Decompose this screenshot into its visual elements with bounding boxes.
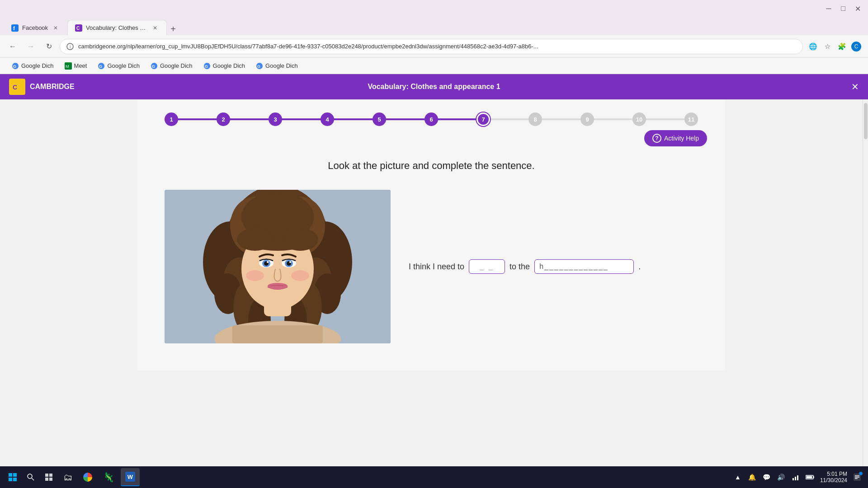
cambridge-tab-title: Vocabulary: Clothes and appea... [86, 24, 147, 31]
svg-text:i: i [70, 44, 71, 49]
activity-help-label: Activity Help [664, 135, 699, 142]
cambridge-logo-text: CAMBRIDGE [30, 83, 75, 91]
sentence-before: I think I need to [409, 262, 464, 272]
address-bar-input-wrap[interactable]: i cambridgeone.org/nlp/learner/org_cup_l… [60, 39, 803, 54]
taskbar: 🗂 🦎 W ▲ 🔔 💬 🔊 [0, 466, 868, 488]
tab-facebook[interactable]: f Facebook ✕ [4, 20, 67, 35]
cambridge-logo-icon: C [9, 79, 25, 95]
svg-text:G: G [205, 64, 208, 69]
progress-track: 1 2 3 4 5 6 7 8 9 10 11 [165, 117, 698, 121]
step-1[interactable]: 1 [165, 113, 178, 126]
facebook-tab-title: Facebook [22, 24, 48, 31]
camtasia-icon: 🦎 [103, 472, 114, 483]
google-dich-icon-5: G [256, 62, 263, 70]
step-5[interactable]: 5 [373, 113, 386, 126]
svg-rect-53 [9, 473, 12, 477]
step-11[interactable]: 11 [684, 113, 698, 126]
start-button[interactable] [5, 469, 21, 485]
taskbar-clock[interactable]: 5:01 PM 11/30/2024 [820, 471, 847, 483]
notification-icon[interactable]: 🔔 [746, 471, 759, 483]
bookmark-google-dich-2[interactable]: G Google Dich [93, 61, 144, 71]
svg-text:C: C [76, 26, 80, 31]
extensions-button[interactable]: 🧩 [835, 40, 848, 53]
step-8[interactable]: 8 [528, 113, 542, 126]
exercise-picture [165, 190, 391, 343]
progress-steps: 1 2 3 4 5 6 7 8 9 10 11 [165, 113, 698, 126]
address-actions: 🌐 ☆ 🧩 C [807, 40, 863, 53]
bookmark-google-dich-1[interactable]: G Google Dich [7, 61, 58, 71]
svg-rect-54 [13, 473, 17, 477]
taskbar-time-display: 5:01 PM [820, 471, 847, 477]
activity-help-button[interactable]: ? Activity Help [644, 130, 707, 146]
address-bar: ← → ↻ i cambridgeone.org/nlp/learner/org… [0, 35, 868, 58]
taskbar-app-camtasia[interactable]: 🦎 [99, 468, 119, 486]
bookmark-label-2: Google Dich [107, 62, 140, 69]
taskbar-app-chrome[interactable] [79, 468, 97, 486]
google-dich-icon-1: G [12, 62, 19, 70]
svg-point-39 [282, 228, 318, 251]
scrollbar-track[interactable] [863, 99, 868, 466]
svg-rect-65 [797, 475, 798, 480]
bookmark-google-dich-5[interactable]: G Google Dich [251, 61, 302, 71]
back-button[interactable]: ← [5, 39, 20, 54]
bookmark-label-5: Google Dich [265, 62, 298, 69]
step-7[interactable]: 7 [476, 113, 490, 126]
tabs-bar: f Facebook ✕ C Vocabulary: Clothes and a… [0, 17, 868, 35]
profile-button[interactable]: C [850, 40, 863, 53]
bookmark-label-1: Google Dich [21, 62, 54, 69]
reload-button[interactable]: ↻ [42, 39, 56, 54]
svg-rect-60 [49, 474, 52, 477]
step-6[interactable]: 6 [425, 113, 438, 126]
battery-icon[interactable] [804, 471, 816, 483]
network-icon[interactable] [789, 471, 802, 483]
new-tab-button[interactable]: + [167, 23, 179, 35]
content-inner: 1 2 3 4 5 6 7 8 9 10 11 [137, 99, 725, 371]
word-icon: W [125, 472, 135, 482]
maximize-button[interactable]: □ [837, 3, 849, 14]
bookmark-label-3: Google Dich [160, 62, 193, 69]
step-3[interactable]: 3 [269, 113, 282, 126]
svg-rect-62 [49, 478, 52, 481]
task-view-button[interactable] [41, 469, 57, 485]
bookmark-meet[interactable]: M Meet [60, 61, 92, 71]
tab-cambridge[interactable]: C Vocabulary: Clothes and appea... ✕ [67, 20, 167, 35]
svg-text:M: M [66, 64, 69, 69]
step-4[interactable]: 4 [321, 113, 334, 126]
fill-input-1[interactable] [469, 259, 505, 274]
taskbar-app-word[interactable]: W [121, 468, 140, 486]
header-title: Vocabulary: Clothes and appearance 1 [368, 83, 500, 91]
minimize-button[interactable]: ─ [823, 3, 835, 14]
taskbar-app-explorer[interactable]: 🗂 [59, 468, 77, 486]
svg-text:G: G [152, 64, 155, 69]
title-bar: ─ □ ✕ [0, 0, 868, 17]
svg-rect-52 [232, 325, 323, 343]
svg-point-49 [246, 270, 264, 281]
header-close-button[interactable]: ✕ [851, 81, 859, 92]
chat-icon[interactable]: 💬 [760, 471, 773, 483]
svg-point-50 [291, 270, 309, 281]
bookmark-label-4: Google Dich [213, 62, 245, 69]
step-9[interactable]: 9 [580, 113, 594, 126]
step-2[interactable]: 2 [217, 113, 230, 126]
svg-rect-55 [9, 478, 12, 481]
bookmark-google-dich-3[interactable]: G Google Dich [146, 61, 197, 71]
forward-button[interactable]: → [24, 39, 38, 54]
taskbar-search-button[interactable] [23, 469, 39, 485]
taskbar-date-display: 11/30/2024 [820, 477, 847, 483]
cambridge-logo: C CAMBRIDGE [9, 79, 75, 95]
taskbar-right: ▲ 🔔 💬 🔊 5:01 PM 11/30/2024 [731, 471, 863, 483]
fill-input-2[interactable] [534, 259, 634, 274]
system-tray-expand[interactable]: ▲ [731, 471, 744, 483]
close-window-button[interactable]: ✕ [852, 3, 863, 14]
bookmark-google-dich-4[interactable]: G Google Dich [199, 61, 250, 71]
content-area[interactable]: 1 2 3 4 5 6 7 8 9 10 11 [0, 99, 863, 466]
cambridge-tab-close[interactable]: ✕ [151, 24, 159, 32]
facebook-tab-close[interactable]: ✕ [52, 24, 60, 32]
notification-panel-icon[interactable] [851, 471, 863, 483]
scrollbar-thumb[interactable] [864, 103, 868, 139]
svg-text:G: G [13, 64, 16, 69]
bookmark-star-button[interactable]: ☆ [821, 40, 834, 53]
step-10[interactable]: 10 [632, 113, 646, 126]
translate-button[interactable]: 🌐 [807, 40, 819, 53]
volume-icon[interactable]: 🔊 [775, 471, 788, 483]
